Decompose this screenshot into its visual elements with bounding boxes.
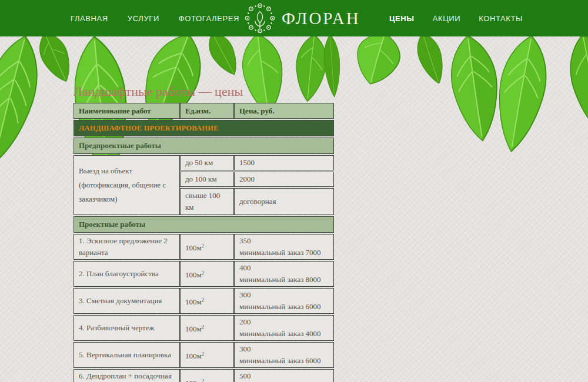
table-row: Выезд на объект (фотофиксация, общение с… (74, 155, 334, 170)
top-nav: ГЛАВНАЯ УСЛУГИ ФОТОГАЛЕРЕЯ (0, 0, 588, 36)
leaf-icon (476, 27, 567, 161)
work-name: 2. План благоустройства (74, 261, 180, 287)
column-header-unit: Ед.изм. (180, 103, 234, 119)
work-price: 1500 (234, 155, 334, 170)
work-name: 5. Вертикальная планировка (74, 342, 180, 368)
leaf-icon (0, 24, 62, 176)
work-name: Выезд на объект (фотофиксация, общение с… (74, 155, 180, 215)
work-range: свыше 100 км (180, 188, 234, 215)
work-price: 200минимальный заказ 4000 (234, 315, 334, 341)
subsection-title: Предпроектные работы (74, 138, 334, 154)
price-table: Наименование работ Ед.изм. Цена, руб. ЛА… (74, 102, 334, 382)
section-header-row: ЛАНДШАФТНОЕ ПРОЕКТИРОВАНИЕ (74, 120, 334, 136)
work-unit: 100м2 (180, 315, 234, 341)
work-price: 2000 (234, 172, 334, 187)
work-unit: 100м2 (180, 234, 234, 260)
main-content: Ландшафтные работы — цены Наименование р… (74, 36, 344, 382)
work-range: до 100 км (180, 172, 234, 187)
subsection-row-project: Проектные работы (74, 216, 334, 233)
nav-item-promotions[interactable]: АКЦИИ (433, 14, 461, 23)
nav-item-contacts[interactable]: КОНТАКТЫ (479, 14, 523, 23)
work-name: 3. Сметная документация (74, 288, 180, 314)
nav-right-group: ЦЕНЫ АКЦИИ КОНТАКТЫ (389, 0, 523, 36)
nav-item-home[interactable]: ГЛАВНАЯ (71, 14, 108, 23)
work-name: 4. Разбивочный чертеж (74, 315, 180, 341)
work-price: 300минимальный заказ 6000 (234, 288, 334, 314)
work-price: 300минимальный заказ 6000 (234, 342, 334, 368)
table-row: 5. Вертикальная планировка 100м2 300мини… (74, 342, 334, 368)
work-unit: 100м2 (180, 261, 234, 287)
work-name: 6. Дендроплан + посадочная ведомость (74, 369, 180, 382)
work-unit: 100м2 (180, 369, 234, 382)
work-name: 1. Эскизное предложение 2 варианта (74, 234, 180, 260)
table-row: 4. Разбивочный чертеж 100м2 200минимальн… (74, 315, 334, 341)
nav-item-gallery[interactable]: ФОТОГАЛЕРЕЯ (179, 14, 239, 23)
table-row: 6. Дендроплан + посадочная ведомость 100… (74, 369, 334, 382)
leaf-icon (550, 25, 588, 145)
table-row: 1. Эскизное предложение 2 варианта 100м2… (74, 234, 334, 260)
section-title: ЛАНДШАФТНОЕ ПРОЕКТИРОВАНИЕ (74, 120, 334, 136)
work-range: до 50 км (180, 155, 234, 170)
table-header-row: Наименование работ Ед.изм. Цена, руб. (74, 103, 334, 119)
work-price: 350минимальный заказ 7000 (234, 234, 334, 260)
nav-left-group: ГЛАВНАЯ УСЛУГИ ФОТОГАЛЕРЕЯ (71, 0, 239, 36)
column-header-name: Наименование работ (74, 103, 180, 119)
brand-name: ФЛОРАН (282, 9, 360, 28)
subsection-title: Проектные работы (74, 216, 334, 233)
work-price: договорная (234, 188, 334, 215)
table-row: 2. План благоустройства 100м2 400минимал… (74, 261, 334, 287)
nav-item-prices[interactable]: ЦЕНЫ (389, 14, 415, 23)
subsection-row-preproject: Предпроектные работы (74, 138, 334, 154)
work-price: 500минимальный заказ 10000 (234, 369, 334, 382)
leaf-icon (433, 28, 518, 149)
work-price: 400минимальный заказ 8000 (234, 261, 334, 287)
work-unit: 100м2 (180, 342, 234, 368)
column-header-price: Цена, руб. (234, 103, 334, 119)
brand-logo[interactable]: ФЛОРАН (243, 2, 360, 35)
nav-item-services[interactable]: УСЛУГИ (128, 14, 159, 23)
page-title: Ландшафтные работы — цены (74, 84, 344, 99)
work-unit: 100м2 (180, 288, 234, 314)
table-row: 3. Сметная документация 100м2 300минимал… (74, 288, 334, 314)
floral-emblem-icon (243, 2, 276, 35)
